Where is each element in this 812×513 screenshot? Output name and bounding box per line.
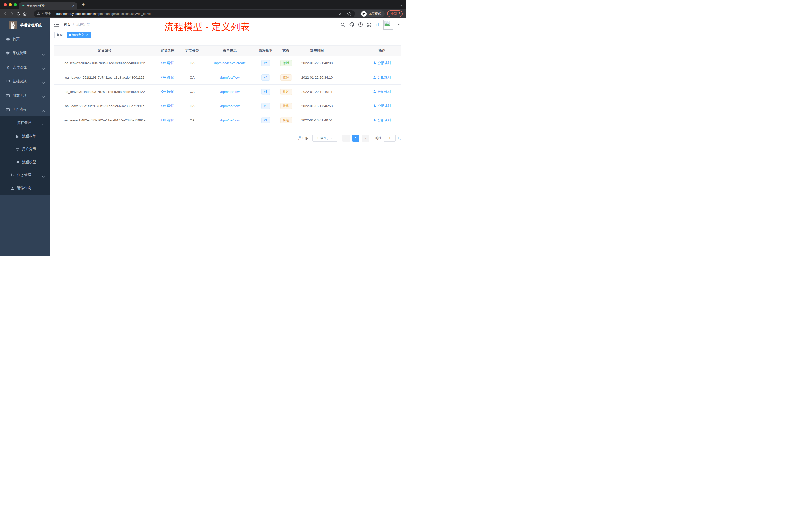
tag-process-definition[interactable]: 流程定义 ✕	[66, 32, 91, 38]
org-icon	[10, 174, 14, 177]
incognito-label: 无痕模式	[369, 11, 381, 16]
reload-button[interactable]	[15, 10, 22, 17]
chevron-down-icon	[42, 66, 45, 70]
yen-icon: ¥	[5, 65, 10, 69]
next-page-button[interactable]: ›	[361, 134, 369, 142]
bookmark-star-icon[interactable]	[347, 11, 351, 16]
sidebar-item-leave-query[interactable]: 请假查询	[0, 182, 50, 195]
sidebar-item-label: 任务管理	[17, 173, 31, 177]
font-size-icon[interactable]: TT	[375, 22, 379, 27]
col-definition-name: 定义名称	[155, 46, 180, 56]
breadcrumb-home[interactable]: 首页	[63, 22, 70, 27]
user-icon	[373, 118, 376, 122]
content: 定义编号 定义名称 定义分类 表单信息 流程版本 状态 部署时间 操作 oa_l…	[50, 39, 406, 256]
help-icon[interactable]: ?	[358, 22, 363, 27]
user-group-icon	[15, 147, 20, 151]
sidebar-item-process-mgmt[interactable]: 流程管理	[0, 117, 50, 129]
prev-page-button[interactable]: ‹	[343, 134, 350, 142]
page-unit-label: 页	[398, 136, 401, 140]
tag-home[interactable]: 首页	[55, 32, 65, 38]
avatar[interactable]	[383, 20, 394, 30]
filler-cell	[338, 113, 363, 127]
definition-name-link[interactable]: OA 请假	[161, 90, 174, 93]
new-tab-button[interactable]: +	[80, 1, 86, 7]
sidebar-item-system[interactable]: 系统管理	[0, 46, 50, 60]
table-row: oa_leave:5:004b710b-7b8a-11ec-8ef0-acde4…	[55, 56, 401, 70]
form-link[interactable]: /bpm/oa/flow	[220, 90, 239, 94]
tab-search-caret-icon[interactable]: ⌄	[400, 3, 403, 6]
sidebar-item-payment[interactable]: ¥ 支付管理	[0, 60, 50, 74]
briefcase-icon	[5, 108, 10, 112]
pagination: 共 5 条 10条/页 ‹ 1 › 前往 1 页	[55, 134, 401, 142]
form-link[interactable]: /bpm/oa/flow	[220, 104, 239, 108]
browser-menu-icon[interactable]	[400, 12, 400, 15]
browser-tab[interactable]: 芋道管理系统 ✕	[19, 2, 77, 9]
sidebar-item-workflow[interactable]: 工作流程	[0, 102, 50, 117]
sidebar-logo[interactable]: 芋道管理系统	[0, 18, 50, 32]
fullscreen-icon[interactable]	[367, 22, 371, 27]
caret-down-icon[interactable]	[398, 24, 400, 25]
assign-rule-button[interactable]: 分配规则	[373, 75, 391, 80]
url-text[interactable]: dashboard.yudao.iocoder.cn/bpm/manager/d…	[57, 12, 335, 16]
deploy-time: 2022-01-16 01:40:51	[296, 113, 338, 127]
page-size-select[interactable]: 10条/页	[312, 134, 338, 142]
definition-name-link[interactable]: OA 请假	[161, 118, 174, 122]
assign-rule-button[interactable]: 分配规则	[373, 104, 391, 108]
rabbit-logo-image	[8, 21, 17, 29]
sidebar-item-label: 流程模型	[22, 160, 36, 164]
version-badge: v4	[261, 74, 270, 81]
sidebar-item-home[interactable]: 首页	[0, 32, 50, 46]
definition-id: oa_leave:1:482ec033-762a-11ec-8477-a2380…	[55, 113, 155, 127]
definition-category: OA	[180, 99, 204, 113]
sidebar-item-user-group[interactable]: 用户分组	[0, 143, 50, 156]
address-bar[interactable]: 不安全 dashboard.yudao.iocoder.cn/bpm/manag…	[34, 10, 355, 17]
person-icon	[10, 186, 14, 190]
status-badge: 挂起	[281, 89, 292, 95]
search-icon[interactable]	[341, 22, 345, 27]
dashboard-icon	[5, 37, 10, 41]
sidebar-item-process-model[interactable]: 流程模型	[0, 156, 50, 169]
broken-image-icon	[384, 21, 390, 26]
definition-name-link[interactable]: OA 请假	[161, 104, 174, 108]
update-browser-button[interactable]: 更新	[387, 10, 403, 17]
back-button[interactable]	[2, 10, 8, 17]
breadcrumb-separator: /	[73, 23, 74, 27]
key-icon[interactable]	[339, 12, 344, 15]
home-button[interactable]	[22, 10, 28, 17]
definition-name-link[interactable]: OA 请假	[161, 75, 174, 79]
form-link[interactable]: /bpm/oa/flow	[220, 118, 239, 122]
close-tag-icon[interactable]: ✕	[86, 33, 88, 37]
user-icon	[373, 90, 376, 93]
definition-name-link[interactable]: OA 请假	[161, 61, 174, 65]
form-link[interactable]: /bpm/oa/flow	[220, 76, 239, 79]
address-divider	[54, 12, 54, 16]
goto-page-input[interactable]: 1	[384, 134, 396, 142]
assign-rule-button[interactable]: 分配规则	[373, 89, 391, 94]
minimize-window-button[interactable]	[9, 3, 12, 6]
sidebar-item-task-mgmt[interactable]: 任务管理	[0, 169, 50, 182]
sidebar-item-devtools[interactable]: 研发工具	[0, 88, 50, 102]
close-tab-icon[interactable]: ✕	[72, 4, 75, 7]
deploy-time: 2022-01-22 19:19:11	[296, 85, 338, 99]
close-window-button[interactable]	[4, 3, 7, 6]
zoom-window-button[interactable]	[14, 3, 17, 6]
security-warning-icon[interactable]	[37, 12, 40, 15]
deploy-time: 2022-01-22 20:34:10	[296, 70, 338, 85]
send-icon	[15, 160, 20, 164]
assign-rule-button[interactable]: 分配规则	[373, 61, 391, 65]
sidebar-toggle-icon[interactable]	[54, 22, 59, 27]
navbar-actions: ? TT	[341, 20, 400, 30]
sidebar-item-infra[interactable]: 基础设施	[0, 74, 50, 88]
svg-text:?: ?	[359, 23, 361, 26]
sidebar-item-label: 工作流程	[12, 107, 27, 112]
github-icon[interactable]	[349, 22, 354, 27]
sidebar-item-process-form[interactable]: 流程表单	[0, 129, 50, 143]
assign-rule-button[interactable]: 分配规则	[373, 118, 391, 122]
table-row: oa_leave:2:3c1f0ef1-76b1-11ec-9c66-a2380…	[55, 99, 401, 113]
security-label[interactable]: 不安全	[42, 11, 51, 16]
forward-button[interactable]	[8, 10, 15, 17]
form-link[interactable]: /bpm/oa/leave/create	[214, 61, 245, 65]
breadcrumb: 首页 / 流程定义	[63, 22, 90, 27]
page-number-button[interactable]: 1	[352, 134, 359, 142]
page-size-value: 10条/页	[317, 136, 328, 140]
